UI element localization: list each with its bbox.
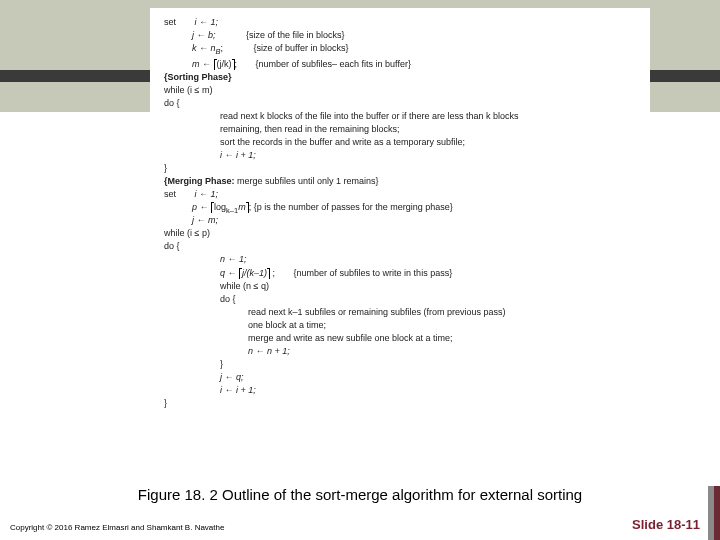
close2: } <box>164 397 636 410</box>
close1: } <box>164 162 636 175</box>
comment-m: {number of subfiles– each fits in buffer… <box>256 59 411 69</box>
ceil-jk: (j/k) <box>214 59 235 70</box>
remaining: remaining, then read in the remaining bl… <box>164 123 636 136</box>
init-p-a: p ← <box>192 202 211 212</box>
figure-caption: Figure 18. 2 Outline of the sort-merge a… <box>0 486 720 503</box>
sort-records: sort the records in the buffer and write… <box>164 136 636 149</box>
do3: do { <box>164 293 636 306</box>
p-comment: ; {p is the number of passes for the mer… <box>249 202 453 212</box>
slide-number: Slide 18-11 <box>632 517 700 532</box>
init-m-semi: ; <box>235 59 238 69</box>
init-q-a: q ← <box>220 268 239 278</box>
merge-write: merge and write as new subfile one block… <box>164 332 636 345</box>
log-txt: log <box>214 202 226 212</box>
comment-jsize: {size of the file in blocks} <box>246 30 345 40</box>
init-j2: j ← m; <box>164 214 636 227</box>
init-i: i ← 1; <box>195 17 219 27</box>
log-m: m <box>238 202 246 212</box>
while-ip: while (i ≤ p) <box>164 227 636 240</box>
q-semi: ; <box>270 268 275 278</box>
comment-ksize: {size of buffer in blocks} <box>254 43 349 53</box>
ceil-jk1: j/(k–1) <box>239 268 270 279</box>
init-k-a: k ← n <box>192 43 216 53</box>
inc-n: n ← n + 1; <box>164 345 636 358</box>
do1: do { <box>164 97 636 110</box>
do2: do { <box>164 240 636 253</box>
while-im: while (i ≤ m) <box>164 84 636 97</box>
init-m-a: m ← <box>192 59 214 69</box>
init-k-semi: ; <box>221 43 224 53</box>
jq: j ← q; <box>164 371 636 384</box>
read-k-blocks: read next k blocks of the file into the … <box>164 110 636 123</box>
algorithm-box: set i ← 1; j ← b; {size of the file in b… <box>150 8 650 418</box>
sorting-phase-heading: {Sorting Phase} <box>164 71 636 84</box>
read-k1-subfiles: read next k–1 subfiles or remaining subf… <box>164 306 636 319</box>
comment-q: {number of subfiles to write in this pas… <box>294 268 453 278</box>
kw-set2: set <box>164 189 176 199</box>
one-block: one block at a time; <box>164 319 636 332</box>
kw-set: set <box>164 17 176 27</box>
merging-phase-desc: merge subfiles until only 1 remains} <box>235 176 379 186</box>
inc-i1: i ← i + 1; <box>164 149 636 162</box>
init-j: j ← b; <box>192 30 216 40</box>
merging-phase-heading: {Merging Phase: <box>164 176 235 186</box>
init-n: n ← 1; <box>164 253 636 266</box>
close3: } <box>164 358 636 371</box>
inc-i2: i ← i + 1; <box>164 384 636 397</box>
log-sub: k–1 <box>226 206 238 215</box>
init-i2: i ← 1; <box>195 189 219 199</box>
copyright-text: Copyright © 2016 Ramez Elmasri and Shamk… <box>10 523 224 532</box>
while-nq: while (n ≤ q) <box>164 280 636 293</box>
